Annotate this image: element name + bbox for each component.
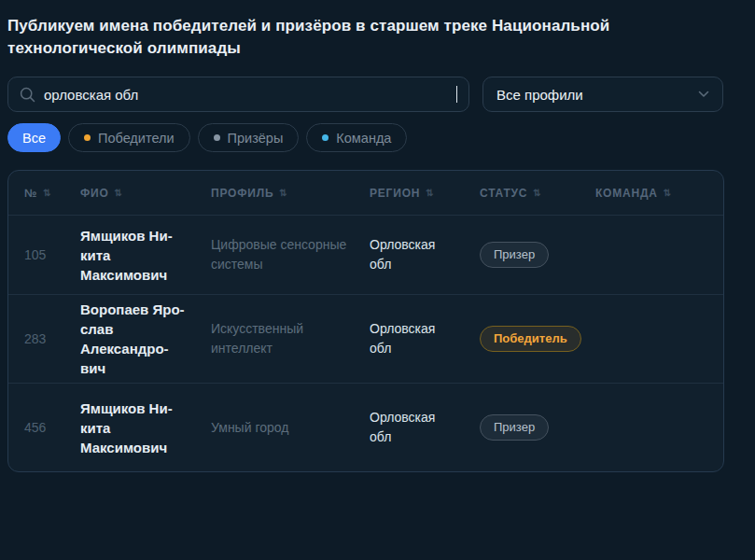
cell-status: Призер: [480, 414, 595, 441]
column-header-region[interactable]: РЕГИОН ⇅: [370, 187, 480, 200]
table-header-row: № ⇅ ФИО ⇅ ПРОФИЛЬ ⇅ РЕГИОН ⇅ СТАТУС ⇅ КО…: [8, 171, 723, 216]
table-row: 105 Ямщиков Ни- кита Максимович Цифровые…: [8, 216, 723, 295]
table-row: 283 Воропаев Яро- слав Александро- вич И…: [8, 295, 723, 384]
cell-profile: Цифровые сенсорные системы: [211, 235, 370, 274]
sort-icon[interactable]: ⇅: [43, 189, 51, 198]
filters-bar: Все профили: [7, 77, 748, 112]
cell-name: Ямщиков Ни- кита Максимович: [80, 226, 211, 285]
sort-icon[interactable]: ⇅: [426, 189, 434, 198]
column-header-num[interactable]: № ⇅: [24, 187, 80, 200]
cell-name: Ямщиков Ни- кита Максимович: [80, 399, 211, 457]
cell-num: 283: [24, 331, 80, 346]
column-header-profile[interactable]: ПРОФИЛЬ ⇅: [211, 187, 370, 200]
chip-prize-label: Призёры: [228, 131, 284, 146]
column-header-status[interactable]: СТАТУС ⇅: [480, 187, 595, 200]
cell-num: 456: [24, 420, 80, 435]
status-badge: Призер: [480, 242, 549, 268]
status-filter-chips: Все Победители Призёры Команда: [7, 123, 748, 152]
cell-region: Орловская обл: [370, 235, 463, 274]
results-table: № ⇅ ФИО ⇅ ПРОФИЛЬ ⇅ РЕГИОН ⇅ СТАТУС ⇅ КО…: [7, 170, 724, 472]
cell-num: 105: [24, 247, 80, 262]
page-root: Публикуем имена победителей и призёров в…: [0, 0, 755, 472]
chip-team-label: Команда: [336, 131, 391, 146]
chip-team[interactable]: Команда: [306, 123, 407, 152]
search-input[interactable]: [44, 87, 454, 103]
sort-icon[interactable]: ⇅: [115, 189, 123, 198]
profile-select[interactable]: Все профили: [482, 77, 723, 112]
cell-status: Победитель: [480, 326, 595, 352]
column-header-team[interactable]: КОМАНДА ⇅: [595, 187, 712, 200]
status-badge: Призер: [480, 414, 549, 441]
chip-winners[interactable]: Победители: [68, 123, 190, 152]
cell-profile: Искусственный интеллект: [211, 319, 370, 358]
search-box[interactable]: [7, 77, 469, 112]
table-row: 456 Ямщиков Ни- кита Максимович Умный го…: [8, 384, 723, 471]
sort-icon[interactable]: ⇅: [533, 189, 541, 198]
prize-dot-icon: [214, 134, 220, 141]
chip-winners-label: Победители: [98, 131, 175, 146]
cell-region: Орловская обл: [370, 408, 463, 447]
chip-prize[interactable]: Призёры: [198, 123, 300, 152]
text-caret: [456, 86, 458, 103]
sort-icon[interactable]: ⇅: [664, 189, 672, 198]
chip-all[interactable]: Все: [7, 123, 61, 152]
column-header-fio[interactable]: ФИО ⇅: [80, 187, 211, 200]
team-dot-icon: [322, 134, 329, 141]
page-title: Публикуем имена победителей и призёров в…: [7, 15, 709, 60]
cell-name: Воропаев Яро- слав Александро- вич: [80, 300, 211, 378]
search-icon: [20, 87, 35, 103]
chip-all-label: Все: [22, 131, 46, 146]
cell-profile: Умный город: [211, 418, 370, 438]
status-badge: Победитель: [480, 326, 581, 352]
sort-icon[interactable]: ⇅: [279, 189, 287, 198]
profile-select-value: Все профили: [496, 87, 583, 103]
cell-region: Орловская обл: [370, 319, 463, 358]
cell-status: Призер: [480, 242, 595, 268]
chevron-down-icon: [698, 91, 709, 98]
winners-dot-icon: [84, 134, 91, 141]
